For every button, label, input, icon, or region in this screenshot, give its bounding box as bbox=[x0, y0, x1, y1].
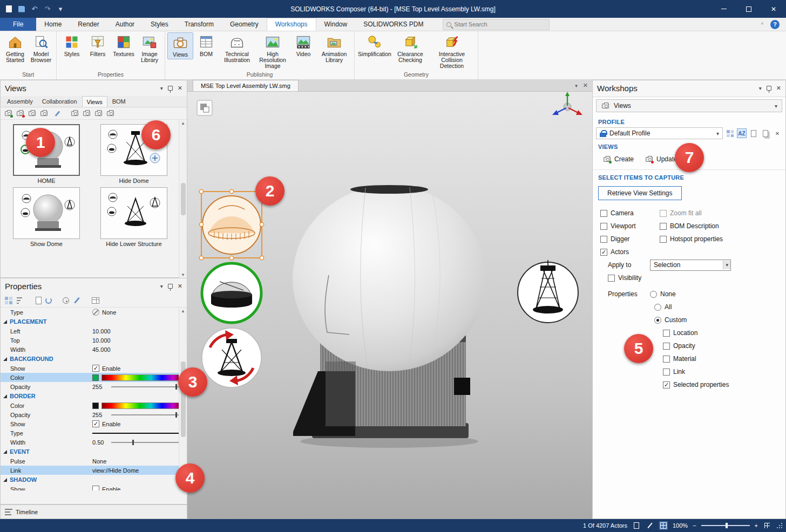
document-tab[interactable]: MSE Top Level Assembly LW.smg bbox=[193, 80, 299, 91]
sort-az-icon[interactable]: AZ bbox=[737, 128, 747, 138]
digger-checkbox[interactable] bbox=[600, 236, 607, 243]
camera-checkbox[interactable] bbox=[600, 210, 607, 217]
status-pen-icon[interactable] bbox=[646, 521, 654, 530]
tab-styles[interactable]: Styles bbox=[143, 18, 177, 31]
actor-dome-base[interactable] bbox=[202, 263, 261, 323]
create-view-icon[interactable] bbox=[4, 109, 13, 118]
views-panel-pin-icon[interactable] bbox=[168, 86, 173, 91]
border-show-checkbox[interactable]: ✓ bbox=[92, 420, 99, 427]
visibility-checkbox[interactable] bbox=[608, 275, 615, 282]
property-row-top[interactable]: Top 10.000 bbox=[1, 336, 187, 345]
properties-all-radio[interactable] bbox=[654, 304, 661, 311]
tab-home[interactable]: Home bbox=[36, 18, 70, 31]
property-row-type[interactable]: Type None ▾ bbox=[1, 308, 187, 317]
property-row-link[interactable]: Link view://Hide Dome bbox=[1, 466, 187, 475]
create-multiple-views-icon[interactable] bbox=[28, 109, 37, 118]
property-row-left[interactable]: Left 10.000 bbox=[1, 326, 187, 336]
property-row-border-opacity[interactable]: Opacity 255 bbox=[1, 410, 187, 419]
retrieve-view-settings-button[interactable]: Retrieve View Settings bbox=[598, 186, 682, 200]
tab-workshops[interactable]: Workshops bbox=[267, 18, 316, 31]
border-opacity-slider[interactable] bbox=[111, 414, 186, 415]
eyedropper-icon[interactable] bbox=[73, 297, 81, 304]
viewport-mode-icon[interactable] bbox=[197, 100, 212, 115]
bom-workshop-button[interactable]: BOM bbox=[193, 32, 219, 58]
search-input[interactable] bbox=[455, 21, 536, 28]
workshop-selector[interactable]: Views ▾ bbox=[596, 99, 782, 112]
property-row-border-show[interactable]: Show ✓Enable bbox=[1, 419, 187, 428]
border-width-slider[interactable] bbox=[111, 442, 186, 443]
tab-author[interactable]: Author bbox=[107, 18, 143, 31]
workshops-panel-menu-icon[interactable]: ▾ bbox=[759, 85, 762, 91]
section-background[interactable]: BACKGROUND bbox=[1, 354, 187, 364]
qat-dropdown-icon[interactable]: ▾ bbox=[56, 5, 65, 13]
property-table-icon[interactable] bbox=[92, 297, 99, 304]
zoom-slider[interactable] bbox=[701, 525, 750, 526]
fit-view-icon[interactable] bbox=[763, 521, 771, 530]
clearance-checking-button[interactable]: Clearance Checking bbox=[392, 32, 428, 64]
close-button[interactable]: ✕ bbox=[761, 0, 786, 18]
create-view-button[interactable]: Create bbox=[598, 153, 638, 165]
property-row-bg-color[interactable]: Color ▾ bbox=[1, 373, 187, 382]
apply-to-dropdown[interactable]: Selection ▾ bbox=[650, 260, 731, 271]
tab-assembly[interactable]: Assembly bbox=[3, 96, 37, 107]
properties-scrollbar[interactable]: ▲ ▼ bbox=[179, 308, 187, 490]
view-mode-icon-3[interactable] bbox=[94, 109, 103, 118]
tab-transform[interactable]: Transform bbox=[177, 18, 222, 31]
properties-panel-pin-icon[interactable] bbox=[168, 284, 173, 289]
paint-view-icon[interactable] bbox=[51, 109, 60, 118]
zoom-slider-thumb[interactable] bbox=[726, 523, 728, 528]
views-scrollbar[interactable]: ▲ ▼ bbox=[179, 120, 187, 278]
workshops-panel-pin-icon[interactable] bbox=[767, 86, 771, 91]
bg-show-checkbox[interactable]: ✓ bbox=[92, 365, 99, 372]
document-close-icon[interactable]: ✕ bbox=[583, 82, 588, 89]
tab-collaboration[interactable]: Collaboration bbox=[38, 96, 82, 107]
high-resolution-image-button[interactable]: High Resolution Image bbox=[255, 32, 290, 70]
actor-rotate-telescope[interactable] bbox=[202, 328, 261, 387]
bom-description-checkbox[interactable] bbox=[660, 223, 667, 230]
view-mode-icon-1[interactable] bbox=[70, 109, 79, 118]
document-list-icon[interactable]: ▾ bbox=[575, 83, 578, 88]
properties-panel-close-icon[interactable]: ✕ bbox=[178, 283, 182, 290]
resize-grip[interactable] bbox=[776, 522, 783, 529]
zoom-fit-all-checkbox[interactable] bbox=[660, 210, 667, 217]
animation-library-button[interactable]: Animation Library bbox=[316, 32, 352, 64]
bg-color-swatch[interactable] bbox=[92, 374, 99, 381]
status-grid-icon[interactable] bbox=[659, 521, 668, 530]
zoom-out-icon[interactable]: − bbox=[693, 522, 696, 529]
property-row-border-color[interactable]: Color ▾ bbox=[1, 401, 187, 410]
view-thumbnail-show-dome[interactable]: Show Dome bbox=[6, 187, 87, 247]
tab-geometry[interactable]: Geometry bbox=[222, 18, 267, 31]
opacity-checkbox[interactable] bbox=[663, 343, 670, 350]
scroll-up-icon[interactable]: ▲ bbox=[181, 121, 185, 126]
border-color-gradient[interactable] bbox=[101, 403, 181, 409]
3d-canvas[interactable] bbox=[187, 92, 592, 519]
profile-manager-icon[interactable] bbox=[725, 128, 735, 138]
tab-solidworks-pdm[interactable]: SOLIDWORKS PDM bbox=[355, 18, 431, 31]
textures-button[interactable]: Textures bbox=[111, 32, 137, 58]
timeline-bar[interactable]: Timeline bbox=[0, 504, 187, 519]
view-thumbnail-hide-lower-structure[interactable]: Hide Lower Structure bbox=[93, 187, 174, 247]
zoom-in-icon[interactable]: + bbox=[755, 522, 758, 529]
section-placement[interactable]: PLACEMENT bbox=[1, 317, 187, 326]
profile-dropdown[interactable]: Default Profile ▾ bbox=[596, 127, 723, 139]
filters-button[interactable]: Filters bbox=[85, 32, 111, 58]
tab-bom[interactable]: BOM bbox=[108, 96, 130, 107]
image-library-button[interactable]: Image Library bbox=[137, 32, 162, 64]
tab-render[interactable]: Render bbox=[70, 18, 107, 31]
save-icon[interactable] bbox=[17, 5, 26, 13]
property-row-bg-opacity[interactable]: Opacity 255 bbox=[1, 382, 187, 391]
hotspot-properties-checkbox[interactable] bbox=[660, 236, 667, 243]
property-row-shadow-show[interactable]: Show Enable bbox=[1, 485, 187, 490]
new-document-icon[interactable] bbox=[4, 5, 13, 13]
minimize-button[interactable] bbox=[712, 0, 736, 18]
status-page-icon[interactable] bbox=[632, 521, 641, 530]
properties-panel-menu-icon[interactable]: ▾ bbox=[160, 283, 163, 289]
select-same-icon[interactable] bbox=[63, 297, 69, 304]
location-checkbox[interactable] bbox=[663, 330, 670, 337]
border-color-swatch[interactable] bbox=[92, 403, 99, 409]
delete-profile-icon[interactable]: ✕ bbox=[773, 128, 782, 138]
properties-none-radio[interactable] bbox=[650, 291, 657, 298]
new-profile-icon[interactable] bbox=[749, 128, 758, 138]
viewport-checkbox[interactable] bbox=[600, 223, 607, 230]
property-row-border-type[interactable]: Type ▾ bbox=[1, 428, 187, 438]
